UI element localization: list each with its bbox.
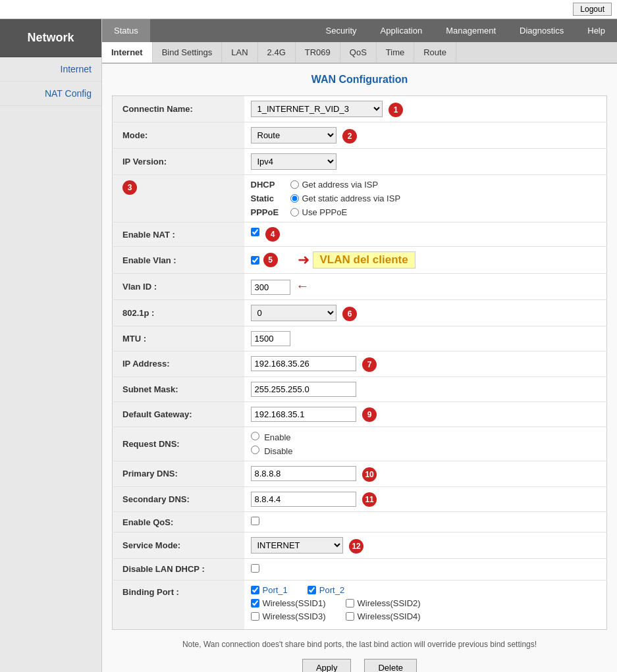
connection-name-select[interactable]: 1_INTERNET_R_VID_3 — [251, 101, 383, 117]
port2-label: Port_2 — [319, 585, 344, 595]
label-mtu: MTU : — [113, 326, 244, 351]
primary-dns-input[interactable] — [251, 466, 356, 481]
disable-lan-dhcp-checkbox[interactable] — [251, 564, 259, 573]
label-service-mode: Service Mode: — [113, 532, 244, 559]
default-gateway-input[interactable] — [251, 407, 356, 422]
badge-5: 5 — [263, 253, 278, 267]
row-enable-nat: Enable NAT : 4 — [113, 222, 607, 247]
label-secondary-dns: Secondary DNS: — [113, 486, 244, 512]
ssid2-checkbox[interactable] — [346, 599, 354, 607]
nav-sub-qos[interactable]: QoS — [340, 42, 377, 63]
binding-ssid1: Wireless(SSID1) — [251, 598, 326, 608]
ssid1-label: Wireless(SSID1) — [263, 598, 326, 608]
dot1p-select[interactable]: 0123 4567 — [251, 305, 336, 321]
ssid4-checkbox[interactable] — [346, 612, 354, 621]
port2-checkbox[interactable] — [308, 586, 316, 594]
value-enable-nat: 4 — [244, 222, 607, 247]
logout-button[interactable]: Logout — [573, 3, 612, 16]
nav-top-management[interactable]: Management — [434, 19, 508, 42]
request-dns-enable-label: Enable — [264, 432, 290, 442]
ssid3-checkbox[interactable] — [251, 612, 259, 621]
value-subnet-mask — [244, 376, 607, 401]
secondary-dns-input[interactable] — [251, 492, 356, 507]
label-vlan-id: Vlan ID : — [113, 274, 244, 300]
nav-sub-lan[interactable]: LAN — [222, 42, 257, 63]
mtu-input[interactable] — [251, 331, 290, 346]
row-enable-vlan: Enable Vlan : 5 ➜ VLAN del cliente — [113, 247, 607, 274]
request-dns-disable-radio[interactable] — [251, 446, 259, 454]
sidebar-item-internet[interactable]: Internet — [0, 57, 101, 82]
sidebar-item-nat-config[interactable]: NAT Config — [0, 82, 101, 106]
value-disable-lan-dhcp — [244, 559, 607, 581]
delete-button[interactable]: Delete — [364, 659, 417, 672]
row-request-dns: Request DNS: Enable Disable — [113, 427, 607, 461]
port1-label: Port_1 — [263, 585, 288, 595]
value-vlan-id: ← — [244, 274, 607, 300]
service-mode-select[interactable]: INTERNET VOIP IPTV — [251, 537, 343, 554]
nav-sub-2-4g[interactable]: 2.4G — [258, 42, 296, 63]
nav-sub-bind-settings[interactable]: Bind Settings — [153, 42, 223, 63]
dhcp-radio[interactable] — [290, 180, 299, 189]
request-dns-enable-radio[interactable] — [251, 432, 259, 440]
badge-10: 10 — [362, 467, 377, 482]
value-service-mode: INTERNET VOIP IPTV 12 — [244, 532, 607, 559]
apply-button[interactable]: Apply — [302, 659, 352, 672]
nav-sub-tr069[interactable]: TR069 — [296, 42, 340, 63]
mode-select[interactable]: Route Bridge PPPoE — [251, 127, 336, 143]
sidebar-header: Network — [0, 19, 101, 57]
static-radio[interactable] — [290, 194, 299, 203]
binding-ssid3: Wireless(SSID3) — [251, 611, 326, 621]
enable-nat-checkbox[interactable] — [251, 228, 259, 236]
ssid3-label: Wireless(SSID3) — [263, 611, 326, 621]
request-dns-disable-label: Disable — [264, 446, 292, 456]
btn-area: Apply Delete — [112, 659, 607, 672]
nav-sub-internet[interactable]: Internet — [102, 42, 153, 63]
main-layout: Network Internet NAT Config Status Secur… — [0, 19, 617, 672]
port1-checkbox[interactable] — [251, 586, 259, 594]
vlan-id-input[interactable] — [251, 280, 290, 295]
label-dot1p: 802.1p : — [113, 300, 244, 326]
nav-sub-time[interactable]: Time — [377, 42, 414, 63]
binding-ssid2: Wireless(SSID2) — [346, 598, 421, 608]
dhcp-label: DHCP — [251, 180, 290, 190]
dhcp-radio-label: Get address via ISP — [302, 180, 379, 190]
label-ip-version: IP Version: — [113, 149, 244, 175]
value-ip-address: 7 — [244, 351, 607, 377]
row-ip-version: IP Version: Ipv4 Ipv6 — [113, 149, 607, 175]
label-mode: Mode: — [113, 122, 244, 149]
value-request-dns: Enable Disable — [244, 427, 607, 461]
top-bar: Logout — [0, 0, 617, 19]
ip-version-select[interactable]: Ipv4 Ipv6 — [251, 153, 336, 170]
label-binding-port: Binding Port : — [113, 581, 244, 630]
binding-port2: Port_2 — [308, 585, 344, 595]
ssid1-checkbox[interactable] — [251, 599, 259, 607]
pppoe-radio[interactable] — [290, 208, 299, 217]
value-ip-version: Ipv4 Ipv6 — [244, 149, 607, 175]
enable-vlan-checkbox[interactable] — [251, 256, 259, 265]
value-dot1p: 0123 4567 6 — [244, 300, 607, 326]
nav-top-help[interactable]: Help — [576, 19, 617, 42]
pppoe-label: PPPoE — [251, 207, 290, 217]
row-connection-name: Connectin Name: 1_INTERNET_R_VID_3 1 — [113, 96, 607, 122]
subnet-mask-input[interactable] — [251, 382, 356, 397]
value-enable-vlan: 5 ➜ VLAN del cliente — [244, 247, 607, 273]
page-content: WAN Configuration Connectin Name: 1_INTE… — [102, 64, 617, 672]
row-dot1p: 802.1p : 0123 4567 6 — [113, 300, 607, 326]
nav-top-security[interactable]: Security — [314, 19, 369, 42]
value-mode: Route Bridge PPPoE 2 — [244, 122, 607, 149]
binding-row-1: Port_1 Port_2 — [251, 585, 601, 595]
row-default-gateway: Default Gateway: 9 — [113, 401, 607, 427]
enable-qos-checkbox[interactable] — [251, 517, 259, 525]
nav-top-diagnostics[interactable]: Diagnostics — [508, 19, 576, 42]
ssid2-label: Wireless(SSID2) — [358, 598, 421, 608]
row-disable-lan-dhcp: Disable LAN DHCP : — [113, 559, 607, 581]
nav-sub-route[interactable]: Route — [414, 42, 456, 63]
binding-port1: Port_1 — [251, 585, 288, 595]
nav-top-application[interactable]: Application — [369, 19, 435, 42]
ip-address-input[interactable] — [251, 356, 356, 371]
nav-top-status[interactable]: Status — [102, 19, 150, 42]
label-ip-address: IP Address: — [113, 351, 244, 377]
label-enable-vlan: Enable Vlan : — [113, 247, 244, 274]
arrow-vlan-icon: ← — [296, 278, 309, 293]
badge-9: 9 — [362, 407, 377, 422]
